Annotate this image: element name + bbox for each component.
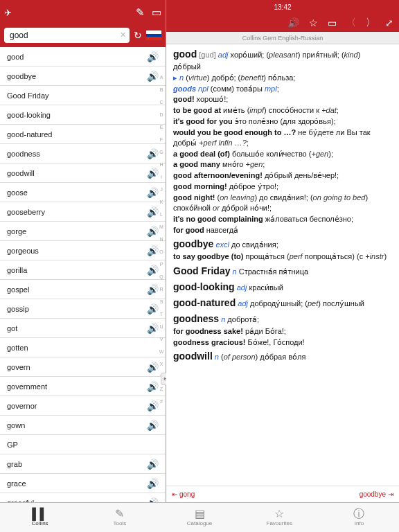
card-icon[interactable]: ▭ [328,17,337,28]
speaker-icon[interactable]: 🔊 [147,284,159,295]
list-item-label: graceful [7,499,147,503]
index-letter[interactable]: Q [158,274,165,287]
speaker-icon[interactable]: 🔊 [147,226,159,237]
speaker-icon[interactable]: 🔊 [147,478,159,489]
index-letter[interactable]: S [158,299,165,312]
speaker-icon[interactable]: 🔊 [147,381,159,392]
list-item-label: grace [7,479,147,488]
favourites-icon: ☆ [274,508,284,520]
list-item[interactable]: gorilla🔊 [0,260,166,280]
index-letter[interactable]: # [158,399,165,411]
list-item[interactable]: gossip🔊 [0,299,166,319]
write-icon[interactable]: ✎ [136,6,145,19]
index-letter[interactable]: I [158,175,165,187]
list-item[interactable]: good-looking [0,105,166,125]
speaker-icon[interactable]: 🔊 [147,497,159,503]
keyboard-icon[interactable]: ▭ [152,6,161,19]
list-item-label: GP [7,441,159,449]
speaker-icon[interactable]: 🔊 [147,303,159,314]
speaker-icon[interactable]: 🔊 [147,265,159,276]
list-item[interactable]: goodwill🔊 [0,163,166,183]
list-item[interactable]: governor🔊 [0,396,166,416]
next-word-button[interactable]: goodbye ⇥ [360,490,393,498]
list-item-label: gorilla [7,266,147,274]
index-letter[interactable]: J [158,187,165,200]
index-letter[interactable]: F [158,137,165,150]
index-letter[interactable]: K [158,200,165,212]
index-letter[interactable]: T [158,312,165,324]
list-item[interactable]: goodbye🔊 [0,66,166,86]
index-letter[interactable]: B [158,87,165,100]
index-letter[interactable]: N [158,237,165,249]
speaker-icon[interactable]: 🔊 [147,362,159,373]
tab-collins[interactable]: ▌▌Collins [0,503,80,532]
index-letter[interactable]: V [158,337,165,349]
sound-icon[interactable]: 🔊 [287,17,299,28]
prev-next-bar: ⇤ gong goodbye ⇥ [166,486,399,502]
speaker-icon[interactable]: 🔊 [147,323,159,334]
list-item-label: grab [7,460,147,468]
index-letter[interactable]: U [158,324,165,337]
tab-label: Collins [32,520,48,526]
list-item[interactable]: goose🔊 [0,183,166,202]
speaker-icon[interactable]: 🔊 [147,245,159,256]
index-letter[interactable]: M [158,224,165,237]
list-item[interactable]: gospel🔊 [0,280,166,299]
list-item[interactable]: goodness🔊 [0,144,166,163]
index-letter[interactable]: W [158,349,165,362]
index-letter[interactable]: D [158,112,165,125]
right-toolbar: 🔊 ☆ ▭ 〈 〉 ⤢ [166,14,399,32]
speaker-icon[interactable]: 🔊 [147,51,159,62]
list-item[interactable]: grab🔊 [0,454,166,474]
tab-label: Tools [113,520,126,526]
language-flag-icon[interactable] [146,30,161,40]
speaker-icon[interactable]: 🔊 [147,420,159,431]
list-item[interactable]: graceful🔊 [0,493,166,502]
list-item[interactable]: good🔊 [0,47,166,66]
speaker-icon[interactable]: 🔊 [147,459,159,470]
index-letter[interactable]: L [158,212,165,224]
speaker-icon[interactable]: 🔊 [147,206,159,218]
prev-icon[interactable]: 〈 [346,17,356,29]
list-item[interactable]: government🔊 [0,377,166,396]
list-item[interactable]: govern🔊 [0,357,166,377]
index-letter[interactable]: A [158,75,165,87]
speaker-icon[interactable]: 🔊 [147,71,159,82]
tab-info[interactable]: ⓘInfo [319,503,399,532]
search-history-icon[interactable]: ↻ [134,30,142,41]
entry-panel: good [gud] adj хоро́ший; (pleasant) прия… [166,44,399,486]
index-letter[interactable]: P [158,262,165,274]
list-item[interactable]: gorgeous🔊 [0,241,166,260]
tab-catalogue[interactable]: ▤Catalogue [159,503,239,532]
index-letter[interactable]: R [158,287,165,299]
tab-tools[interactable]: ✎Tools [80,503,159,532]
index-letter[interactable]: H [158,162,165,175]
speaker-icon[interactable]: 🔊 [147,168,159,179]
index-letter[interactable]: G [158,150,165,162]
list-item[interactable]: gotten [0,338,166,357]
speaker-icon[interactable]: 🔊 [147,400,159,411]
index-letter[interactable]: O [158,249,165,262]
speaker-icon[interactable]: 🔊 [147,187,159,198]
prev-word-button[interactable]: ⇤ gong [172,490,195,498]
index-letter[interactable]: E [158,125,165,137]
list-item[interactable]: gooseberry🔊 [0,202,166,222]
speaker-icon[interactable]: 🔊 [147,148,159,159]
tab-label: Info [355,520,364,526]
clear-icon[interactable]: ✕ [120,30,126,39]
index-letter[interactable]: C [158,100,165,112]
list-item[interactable]: grace🔊 [0,474,166,493]
alpha-index[interactable]: ABCDEFGHIJKLMNOPQRSTUVWXYZ# [158,47,165,411]
expand-icon[interactable]: ⤢ [385,17,393,28]
favourite-icon[interactable]: ☆ [309,17,318,28]
search-input[interactable] [4,28,130,43]
list-item[interactable]: gorge🔊 [0,222,166,241]
list-item[interactable]: good-natured [0,125,166,144]
list-item[interactable]: gown🔊 [0,416,166,435]
next-icon[interactable]: 〉 [366,17,375,29]
list-item[interactable]: GP [0,435,166,454]
index-letter[interactable]: Z [158,387,165,399]
list-item[interactable]: Good Friday [0,86,166,105]
tab-favourites[interactable]: ☆Favourites [240,503,319,532]
list-item[interactable]: got🔊 [0,319,166,338]
